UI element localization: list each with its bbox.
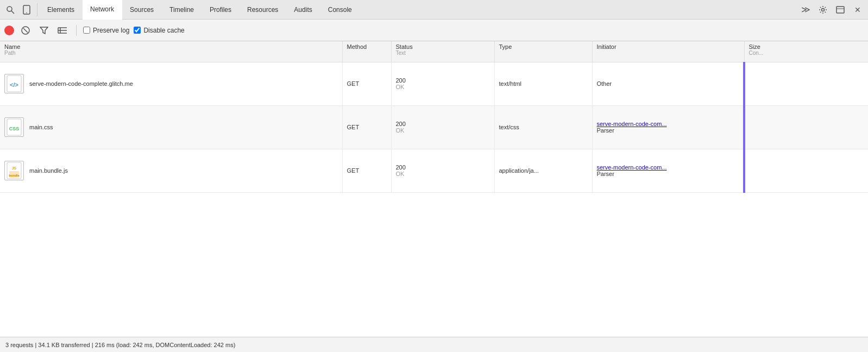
status-bar: 3 requests | 34.1 KB transferred | 216 m… xyxy=(0,337,868,352)
toolbar-separator-1 xyxy=(76,25,77,36)
row-1-method-cell: GET xyxy=(342,62,391,105)
tab-profiles[interactable]: Profiles xyxy=(202,0,240,20)
row-3-status-cell: 200 OK xyxy=(391,149,494,192)
clear-button[interactable] xyxy=(18,23,33,37)
tab-timeline[interactable]: Timeline xyxy=(162,0,202,20)
network-table: Name Path Method Status Text Type Initia… xyxy=(0,41,868,193)
svg-line-8 xyxy=(23,28,28,33)
tab-audits[interactable]: Audits xyxy=(286,0,320,20)
row-3-name-cell: JS bundle main.bundle.js xyxy=(0,149,342,192)
row-1-file-icon: </> xyxy=(4,74,24,93)
svg-text:bundle: bundle xyxy=(9,174,20,177)
row-1-type-cell: text/html xyxy=(494,62,592,105)
row-2-size-cell xyxy=(744,105,868,149)
network-toolbar: Preserve log Disable cache xyxy=(0,20,868,41)
tab-console[interactable]: Console xyxy=(320,0,360,20)
record-button[interactable] xyxy=(4,26,14,35)
row-3-method-cell: GET xyxy=(342,149,391,192)
row-2-name-cell: CSS main.css xyxy=(0,105,342,149)
top-nav-bar: Elements Network Sources Timeline Profil… xyxy=(0,0,868,20)
row-1-filename: serve-modern-code-complete.glitch.me xyxy=(29,80,133,87)
row-3-file-icon: JS bundle xyxy=(4,161,24,180)
execute-icon-button[interactable]: ≫ xyxy=(797,2,814,18)
col-header-type[interactable]: Type xyxy=(494,41,592,62)
dock-icon-button[interactable] xyxy=(832,2,848,18)
col-header-name[interactable]: Name Path xyxy=(0,41,342,62)
col-header-method[interactable]: Method xyxy=(342,41,391,62)
svg-text:</>: </> xyxy=(10,81,18,88)
settings-icon-button[interactable] xyxy=(815,2,831,18)
svg-point-4 xyxy=(822,8,825,11)
nav-separator xyxy=(37,3,37,16)
mobile-icon-button[interactable] xyxy=(18,2,35,18)
tab-elements[interactable]: Elements xyxy=(40,0,83,20)
row-3-name-content: JS bundle main.bundle.js xyxy=(4,161,338,180)
row-2-type-cell: text/css xyxy=(494,105,592,149)
row-3-initiator-cell: serve-modern-code-com... Parser xyxy=(592,149,744,192)
row-2-filename: main.css xyxy=(29,124,53,130)
col-header-size[interactable]: Size Con... xyxy=(744,41,868,62)
col-header-status[interactable]: Status Text xyxy=(391,41,494,62)
tab-network[interactable]: Network xyxy=(83,0,122,20)
close-icon-button[interactable]: ✕ xyxy=(850,2,866,18)
svg-rect-5 xyxy=(836,7,844,13)
disable-cache-checkbox[interactable] xyxy=(134,27,141,34)
svg-line-1 xyxy=(11,11,14,14)
table-row[interactable]: CSS main.css GET 200 OK text/css serve-m… xyxy=(0,105,868,149)
row-2-method-cell: GET xyxy=(342,105,391,149)
row-1-name-content: </> serve-modern-code-complete.glitch.me xyxy=(4,74,338,93)
svg-point-0 xyxy=(7,7,12,11)
row-2-name-content: CSS main.css xyxy=(4,117,338,137)
svg-text:CSS: CSS xyxy=(9,126,20,131)
table-header-row: Name Path Method Status Text Type Initia… xyxy=(0,41,868,62)
tab-resources[interactable]: Resources xyxy=(240,0,286,20)
row-1-status-cell: 200 OK xyxy=(391,62,494,105)
disable-cache-label[interactable]: Disable cache xyxy=(134,27,184,34)
tab-sources[interactable]: Sources xyxy=(122,0,162,20)
row-1-size-cell xyxy=(744,62,868,105)
row-1-name-cell: </> serve-modern-code-complete.glitch.me xyxy=(0,62,342,105)
table-row[interactable]: JS bundle main.bundle.js GET 200 OK xyxy=(0,149,868,192)
row-2-file-icon: CSS xyxy=(4,117,24,137)
status-bar-text: 3 requests | 34.1 KB transferred | 216 m… xyxy=(5,342,235,348)
row-3-type-cell: application/ja... xyxy=(494,149,592,192)
row-1-initiator-cell: Other xyxy=(592,62,744,105)
preserve-log-label[interactable]: Preserve log xyxy=(83,27,129,34)
row-2-initiator-cell: serve-modern-code-com... Parser xyxy=(592,105,744,149)
svg-point-3 xyxy=(26,12,27,13)
svg-text:JS: JS xyxy=(12,166,17,170)
row-2-status-cell: 200 OK xyxy=(391,105,494,149)
search-icon-button[interactable] xyxy=(2,2,18,18)
filter-button[interactable] xyxy=(37,23,51,37)
network-table-container: Name Path Method Status Text Type Initia… xyxy=(0,41,868,337)
row-3-filename: main.bundle.js xyxy=(29,167,68,174)
col-header-initiator[interactable]: Initiator xyxy=(592,41,744,62)
row-3-size-cell xyxy=(744,149,868,192)
preserve-log-checkbox[interactable] xyxy=(83,27,90,34)
nav-right-icons: ≫ ✕ xyxy=(797,2,866,18)
table-row[interactable]: </> serve-modern-code-complete.glitch.me… xyxy=(0,62,868,105)
list-view-button[interactable] xyxy=(55,23,70,37)
